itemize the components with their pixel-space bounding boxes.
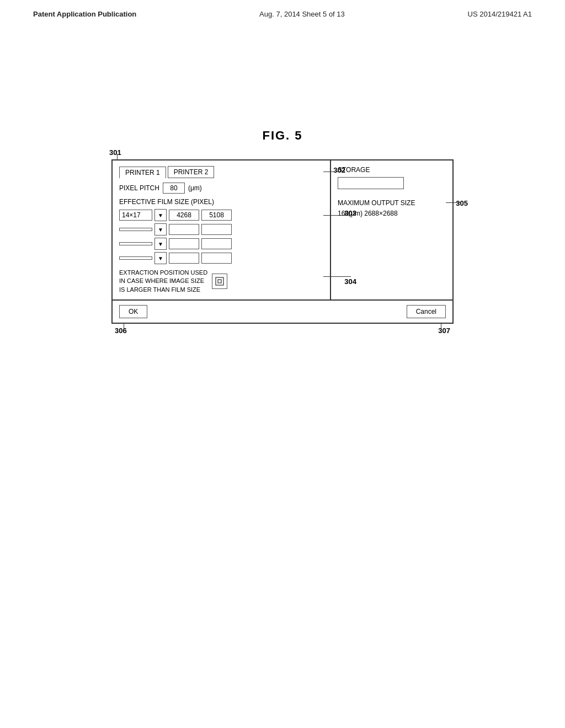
cancel-button[interactable]: Cancel <box>407 305 446 318</box>
tab-printer1[interactable]: PRINTER 1 <box>119 167 166 178</box>
size-dropdown-2[interactable] <box>119 228 152 231</box>
dialog-box: 301 PRINTER 1 PRINTER 2 302 <box>111 159 454 324</box>
size-dropdown-3[interactable] <box>119 242 152 245</box>
size-input-2b[interactable] <box>201 224 232 235</box>
page-header: Patent Application Publication Aug. 7, 2… <box>0 0 565 18</box>
arrow-btn-1[interactable]: ▼ <box>154 209 167 221</box>
pixel-pitch-input[interactable] <box>163 183 185 194</box>
ref-label-306: 306 <box>115 326 127 335</box>
ref-label-307: 307 <box>438 326 450 335</box>
tab-printer2[interactable]: PRINTER 2 <box>168 166 215 178</box>
dialog-top-section: PRINTER 1 PRINTER 2 302 PIXEL PITCH (μm)… <box>113 160 452 301</box>
arrow-btn-2[interactable]: ▼ <box>154 223 167 235</box>
extraction-label: EXTRACTION POSITION USEDIN CASE WHERE IM… <box>119 269 207 294</box>
extraction-svg <box>215 276 225 286</box>
size-dropdown-4[interactable] <box>119 256 152 260</box>
storage-input[interactable] <box>338 177 404 189</box>
size-input-2a[interactable] <box>169 224 199 235</box>
size-row-2: ▼ <box>119 223 323 235</box>
max-output-section: MAXIMUM OUTPUT SIZE 160(μm) 2688×2688 30… <box>338 198 446 219</box>
figure-title: FIG. 5 <box>0 129 565 143</box>
max-output-label: MAXIMUM OUTPUT SIZE <box>338 198 446 208</box>
dialog-wrapper: 301 PRINTER 1 PRINTER 2 302 <box>0 159 565 324</box>
storage-label: STORAGE <box>338 166 446 174</box>
ref-label-304: 304 <box>344 277 356 286</box>
header-publication-label: Patent Application Publication <box>33 10 136 18</box>
extraction-position-icon[interactable] <box>212 274 227 289</box>
size-row-4: ▼ <box>119 252 323 264</box>
ref-label-302: 302 <box>333 166 345 174</box>
tabs-row: PRINTER 1 PRINTER 2 302 <box>119 166 323 178</box>
dialog-bottom: OK Cancel 306 307 <box>113 301 452 323</box>
size-input-4b[interactable] <box>201 253 232 264</box>
size-row-3: ▼ <box>119 238 323 250</box>
header-patent-number: US 2014/219421 A1 <box>468 10 532 18</box>
ref-label-305: 305 <box>456 198 468 210</box>
size-dropdown-1[interactable]: 14×17 <box>119 210 152 221</box>
size-input-3a[interactable] <box>169 238 199 249</box>
ok-button[interactable]: OK <box>119 305 147 318</box>
svg-rect-1 <box>218 280 221 283</box>
ref-line-301 <box>117 154 118 160</box>
film-size-label: EFFECTIVE FILM SIZE (PIXEL) <box>119 198 323 206</box>
size-input-4a[interactable] <box>169 253 199 264</box>
size-input-1b[interactable] <box>201 210 232 221</box>
pixel-pitch-row: PIXEL PITCH (μm) <box>119 183 323 194</box>
size-input-1a[interactable] <box>169 210 199 221</box>
ref-label-301: 301 <box>109 148 121 157</box>
svg-rect-0 <box>216 277 223 285</box>
header-date-sheet: Aug. 7, 2014 Sheet 5 of 13 <box>259 10 345 18</box>
pixel-pitch-label: PIXEL PITCH <box>119 184 159 192</box>
arrow-btn-4[interactable]: ▼ <box>154 252 167 264</box>
pixel-pitch-unit: (μm) <box>188 184 202 192</box>
ref-line-305 <box>446 202 461 203</box>
ref-line-302 <box>323 172 340 172</box>
arrow-btn-3[interactable]: ▼ <box>154 238 167 250</box>
size-dropdown-1-value: 14×17 <box>122 211 141 219</box>
extraction-row: EXTRACTION POSITION USEDIN CASE WHERE IM… <box>119 269 323 294</box>
max-output-value: 160(μm) 2688×2688 <box>338 208 446 219</box>
size-row-1: 14×17 ▼ 303 <box>119 209 323 221</box>
panel-left: PRINTER 1 PRINTER 2 302 PIXEL PITCH (μm)… <box>113 160 331 299</box>
size-input-3b[interactable] <box>201 238 232 249</box>
